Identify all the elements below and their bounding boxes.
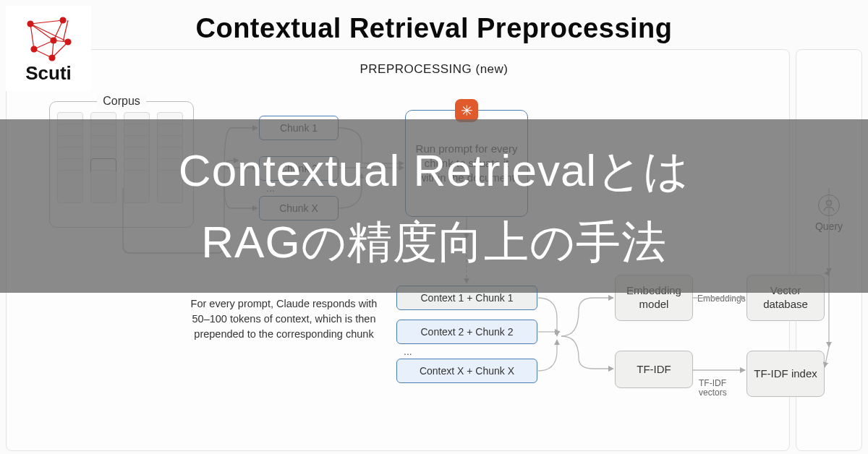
- svg-point-14: [51, 38, 56, 43]
- footnote-text: For every prompt, Claude responds with 5…: [188, 296, 380, 342]
- svg-point-17: [49, 55, 55, 61]
- svg-line-9: [52, 42, 68, 58]
- svg-line-4: [63, 20, 68, 42]
- section-subtitle: PREPROCESSING (new): [0, 62, 868, 77]
- tfidf-index-box: TF-IDF index: [746, 351, 825, 397]
- embeddings-edge-label: Embeddings: [697, 294, 746, 304]
- tfidf-vectors-edge-label: TF-IDF vectors: [699, 379, 739, 398]
- svg-line-3: [30, 24, 54, 40]
- corpus-label: Corpus: [97, 95, 146, 108]
- svg-line-2: [30, 24, 34, 49]
- context-ellipsis: ...: [404, 346, 412, 357]
- context-chunk-2: Context 2 + Chunk 2: [396, 320, 537, 344]
- logo-graph-icon: [23, 13, 74, 64]
- tfidf-box: TF-IDF: [615, 351, 693, 388]
- svg-point-16: [65, 39, 71, 45]
- title-overlay: Contextual Retrievalとは RAGの精度向上の手法: [0, 119, 868, 293]
- svg-line-1: [30, 20, 63, 24]
- svg-point-13: [60, 17, 66, 23]
- svg-point-12: [27, 21, 33, 27]
- context-chunk-x: Context X + Chunk X: [396, 359, 537, 383]
- page-title: Contextual Retrieval Preprocessing: [0, 13, 868, 44]
- scuti-logo: Scuti: [6, 6, 91, 91]
- svg-point-15: [31, 46, 37, 52]
- svg-line-11: [30, 24, 68, 42]
- overlay-line-1: Contextual Retrievalとは: [179, 134, 689, 206]
- overlay-line-2: RAGの精度向上の手法: [201, 206, 666, 278]
